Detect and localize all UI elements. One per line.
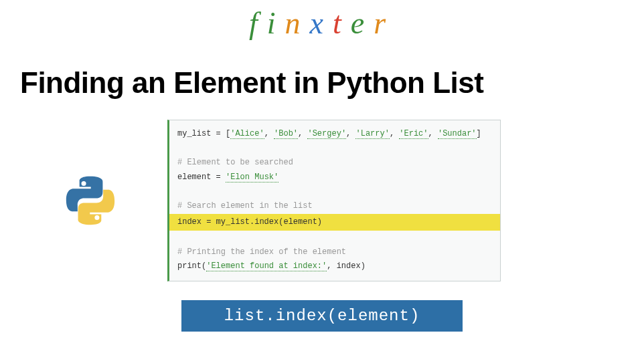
code-line-highlighted: index = my_list.index(element)	[169, 214, 500, 231]
code-line-4: print('Element found at index:', index)	[169, 259, 500, 274]
logo-char-n: n	[285, 5, 310, 41]
python-logo-icon	[64, 174, 116, 227]
method-signature-box: list.index(element)	[181, 300, 463, 332]
code-comment-3: # Printing the index of the element	[169, 245, 500, 260]
logo-char-i: i	[267, 5, 285, 41]
code-line-1: my_list = ['Alice', 'Bob', 'Sergey', 'La…	[169, 127, 500, 142]
finxter-logo: finxter	[0, 0, 644, 41]
logo-char-x: x	[310, 5, 333, 41]
logo-char-r: r	[374, 5, 395, 41]
code-blank-2	[169, 185, 500, 199]
code-blank-1	[169, 142, 500, 156]
code-comment-2: # Search element in the list	[169, 199, 500, 214]
logo-char-t: t	[333, 5, 351, 41]
code-line-2: element = 'Elon Musk'	[169, 170, 500, 185]
code-blank-3	[169, 231, 500, 245]
logo-char-e: e	[351, 5, 374, 41]
content-row: my_list = ['Alice', 'Bob', 'Sergey', 'La…	[0, 120, 644, 281]
code-comment-1: # Element to be searched	[169, 156, 500, 170]
page-title: Finding an Element in Python List	[20, 66, 644, 100]
code-example-box: my_list = ['Alice', 'Bob', 'Sergey', 'La…	[167, 120, 501, 281]
logo-char-f: f	[249, 5, 267, 41]
